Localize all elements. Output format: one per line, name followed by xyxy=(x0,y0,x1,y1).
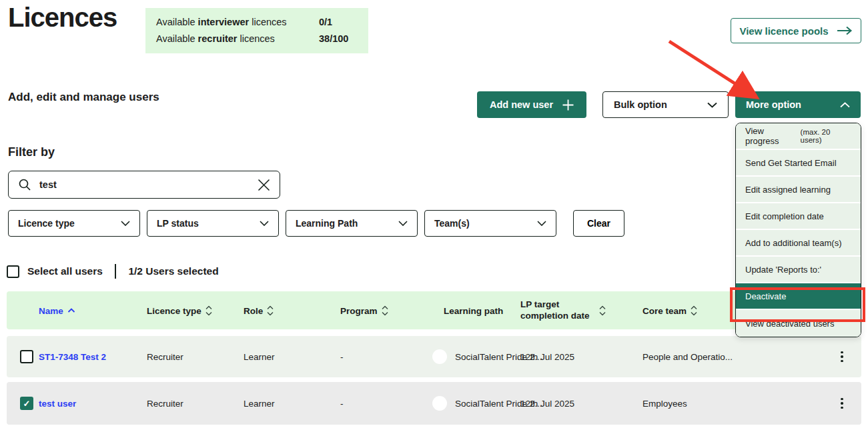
users-selected-count: 1/2 Users selected xyxy=(128,265,218,277)
plus-icon xyxy=(562,99,574,111)
row-checkbox[interactable] xyxy=(20,350,33,363)
role-cell: Learner xyxy=(244,399,275,409)
sort-icon xyxy=(267,305,274,315)
menu-item-edit-completion-date[interactable]: Edit completion date xyxy=(736,203,861,230)
column-header-program[interactable]: Program xyxy=(340,305,388,315)
table-row: ST1-7348 Test 2 Recruiter Learner - Soci… xyxy=(7,336,861,377)
search-input[interactable] xyxy=(39,179,250,190)
user-name-link[interactable]: ST1-7348 Test 2 xyxy=(39,352,106,362)
menu-item-update-reports-to[interactable]: Update 'Reports to:' xyxy=(736,257,861,283)
sort-asc-icon xyxy=(67,308,75,313)
more-option-menu: View progress (max. 20 users) Send Get S… xyxy=(735,123,861,337)
sort-icon xyxy=(691,305,697,315)
menu-item-deactivate[interactable]: Deactivate xyxy=(736,283,861,310)
chevron-up-icon xyxy=(840,102,850,108)
menu-item-edit-assigned-learning[interactable]: Edit assigned learning xyxy=(736,177,861,203)
search-icon xyxy=(18,178,31,191)
core-team-cell: People and Operatio... xyxy=(642,352,733,362)
column-header-licence-type[interactable]: Licence type xyxy=(147,305,212,315)
bulk-option-dropdown[interactable]: Bulk option xyxy=(602,91,729,118)
row-actions-kebab-icon[interactable] xyxy=(834,347,850,367)
interviewer-licences-label: Available interviewer licences xyxy=(156,15,319,29)
select-all-checkbox[interactable] xyxy=(7,265,19,278)
clear-search-icon[interactable] xyxy=(258,179,270,191)
menu-item-view-deactivated-users[interactable]: View deactivated users xyxy=(736,310,861,337)
user-search-box[interactable] xyxy=(8,171,280,199)
recruiter-licences-row: Available recruiter licences 38/100 xyxy=(156,32,358,46)
select-all-label: Select all users xyxy=(27,265,103,277)
core-team-cell: Employees xyxy=(642,399,687,409)
sort-icon xyxy=(382,305,388,315)
table-row: ✓ test user Recruiter Learner - SocialTa… xyxy=(7,382,861,425)
licences-page: Licences Available interviewer licences … xyxy=(0,0,868,432)
chevron-down-icon xyxy=(537,221,546,226)
sort-icon xyxy=(205,305,212,315)
column-header-role[interactable]: Role xyxy=(244,305,274,315)
table-header: Name Licence type Role Program Learning … xyxy=(7,291,861,329)
divider xyxy=(115,264,117,279)
page-title: Licences xyxy=(8,3,117,33)
learning-path-filter[interactable]: Learning Path xyxy=(286,210,418,237)
role-cell: Learner xyxy=(244,352,275,362)
arrow-right-icon xyxy=(837,26,853,35)
menu-item-add-to-additional-teams[interactable]: Add to additional team(s) xyxy=(736,230,861,257)
clear-filters-button[interactable]: Clear xyxy=(573,210,624,237)
interviewer-licences-value: 0/1 xyxy=(319,15,358,29)
selection-bar: Select all users 1/2 Users selected xyxy=(7,264,219,279)
lp-status-filter[interactable]: LP status xyxy=(147,210,279,237)
licence-summary: Available interviewer licences 0/1 Avail… xyxy=(145,8,368,53)
column-header-learning-path[interactable]: Learning path xyxy=(444,305,503,315)
menu-item-view-progress[interactable]: View progress (max. 20 users) xyxy=(736,123,861,150)
manage-users-heading: Add, edit and manage users xyxy=(8,91,159,104)
filter-by-heading: Filter by xyxy=(8,145,55,159)
licence-type-filter[interactable]: Licence type xyxy=(8,210,140,237)
progress-circle-icon xyxy=(432,349,447,364)
progress-circle-icon xyxy=(432,396,447,411)
add-new-user-button[interactable]: Add new user xyxy=(477,91,586,118)
interviewer-licences-row: Available interviewer licences 0/1 xyxy=(156,15,358,29)
chevron-down-icon xyxy=(398,221,408,226)
column-header-name[interactable]: Name xyxy=(39,305,75,315)
column-header-lp-target-date[interactable]: LP target completion date xyxy=(520,299,620,322)
recruiter-licences-label: Available recruiter licences xyxy=(156,32,319,46)
lp-target-date-cell: 12th Jul 2025 xyxy=(520,352,574,362)
chevron-down-icon xyxy=(260,221,269,226)
teams-filter[interactable]: Team(s) xyxy=(424,210,556,237)
chevron-down-icon xyxy=(707,102,717,108)
chevron-down-icon xyxy=(121,221,130,226)
column-header-core-team[interactable]: Core team xyxy=(642,305,697,315)
program-cell: - xyxy=(340,352,344,362)
licence-type-cell: Recruiter xyxy=(147,399,183,409)
row-checkbox[interactable]: ✓ xyxy=(20,397,33,410)
lp-target-date-cell: 12th Jul 2025 xyxy=(520,399,574,409)
program-cell: - xyxy=(340,399,344,409)
recruiter-licences-value: 38/100 xyxy=(319,32,358,46)
row-actions-kebab-icon[interactable] xyxy=(834,393,850,413)
user-name-link[interactable]: test user xyxy=(39,399,76,409)
view-licence-pools-button[interactable]: View licence pools xyxy=(731,18,861,43)
sort-icon xyxy=(599,305,606,315)
licence-type-cell: Recruiter xyxy=(147,352,183,362)
menu-item-send-get-started-email[interactable]: Send Get Started Email xyxy=(736,150,861,177)
more-option-dropdown[interactable]: More option xyxy=(735,91,861,118)
